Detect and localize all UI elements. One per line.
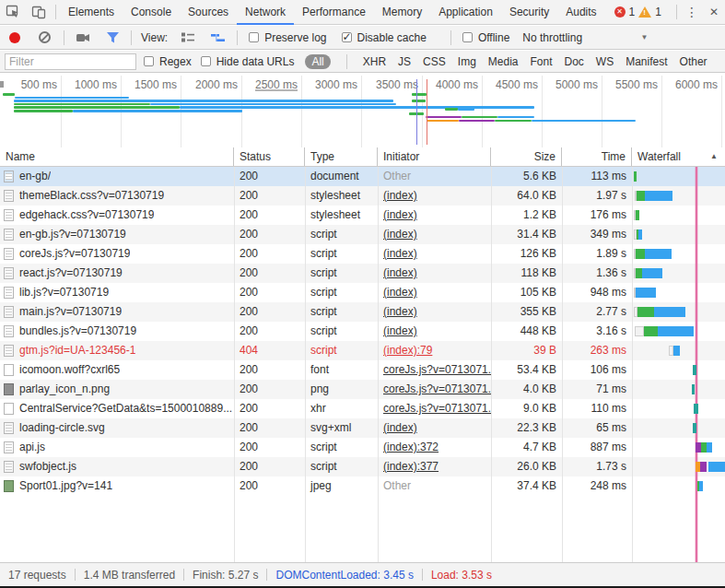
- request-row[interactable]: coreJs.js?v=07130719200script(index)126 …: [0, 244, 725, 264]
- request-row[interactable]: react.js?v=07130719200script(index)118 K…: [0, 264, 725, 283]
- initiator-link[interactable]: (index): [383, 286, 417, 299]
- tab-application[interactable]: Application: [430, 0, 501, 25]
- waterfall-bar-blue: [638, 229, 642, 240]
- tab-memory[interactable]: Memory: [374, 0, 430, 25]
- preserve-log-checkbox[interactable]: Preserve log: [249, 31, 326, 44]
- inspect-element-icon[interactable]: [0, 0, 26, 24]
- device-toolbar-icon[interactable]: [26, 0, 52, 24]
- initiator-link[interactable]: (index): [383, 189, 417, 202]
- request-name: icomoon.woff?cxrl65: [0, 360, 234, 380]
- column-header-waterfall[interactable]: Waterfall ▲: [632, 147, 725, 166]
- request-row[interactable]: themeBlack.css?v=07130719200stylesheet(i…: [0, 186, 725, 206]
- show-overview-icon[interactable]: [210, 32, 226, 43]
- column-header-name[interactable]: Name: [0, 147, 234, 166]
- request-type: script: [305, 457, 378, 476]
- hide-data-urls-checkbox[interactable]: Hide data URLs: [201, 55, 295, 68]
- request-row[interactable]: edgehack.css?v=07130719200stylesheet(ind…: [0, 206, 725, 225]
- large-rows-icon[interactable]: [181, 31, 195, 43]
- filter-type-manifest[interactable]: Manifest: [626, 55, 667, 68]
- request-row[interactable]: lib.js?v=07130719200script(index)105 KB9…: [0, 283, 725, 302]
- filter-type-js[interactable]: JS: [398, 55, 411, 68]
- tab-sources[interactable]: Sources: [180, 0, 237, 25]
- filter-input[interactable]: [5, 53, 136, 70]
- overview-request-bar: [14, 110, 73, 112]
- column-header-initiator[interactable]: Initiator: [378, 147, 491, 166]
- column-header-size[interactable]: Size: [491, 147, 562, 166]
- request-row[interactable]: gtm.js?id=UA-123456-1404script(index):79…: [0, 341, 725, 360]
- request-row[interactable]: api.js200script(index):3724.7 KB887 ms: [0, 438, 725, 457]
- initiator-link[interactable]: coreJs.js?v=0713071...: [383, 402, 491, 415]
- timeline-gridline: [661, 76, 662, 147]
- filter-type-xhr[interactable]: XHR: [363, 55, 386, 68]
- request-row[interactable]: main.js?v=07130719200script(index)355 KB…: [0, 302, 725, 322]
- column-separator: [234, 167, 235, 562]
- request-size: 4.0 KB: [491, 380, 562, 399]
- throttling-dropdown[interactable]: No throttling ▼: [522, 31, 651, 44]
- tab-performance[interactable]: Performance: [294, 0, 374, 25]
- initiator-link[interactable]: (index):377: [383, 460, 439, 473]
- request-time: 1.97 s: [562, 186, 632, 206]
- request-status: 200: [234, 167, 305, 186]
- initiator-link[interactable]: (index): [383, 324, 417, 337]
- request-row[interactable]: bundles.js?v=07130719200script(index)448…: [0, 322, 725, 341]
- request-row[interactable]: parlay_icon_n.png200pngcoreJs.js?v=07130…: [0, 380, 725, 399]
- checkbox[interactable]: [144, 56, 154, 66]
- console-badges[interactable]: ✕ 1 ! 1: [614, 6, 661, 18]
- document-icon: [4, 325, 14, 337]
- column-separator: [491, 167, 492, 562]
- request-status: 200: [234, 380, 305, 399]
- sort-ascending-icon[interactable]: ▲: [710, 147, 718, 166]
- filter-type-ws[interactable]: WS: [596, 55, 614, 68]
- initiator-link[interactable]: (index): [383, 266, 417, 279]
- overview-load-line: [427, 79, 427, 145]
- offline-checkbox[interactable]: Offline: [462, 31, 509, 44]
- initiator-link[interactable]: (index): [383, 421, 417, 434]
- filter-type-img[interactable]: Img: [458, 55, 476, 68]
- timeline-gridline: [482, 76, 483, 147]
- tab-elements[interactable]: Elements: [60, 0, 123, 25]
- filter-funnel-icon[interactable]: [106, 31, 120, 44]
- initiator-link[interactable]: (index):79: [383, 344, 432, 357]
- column-header-type[interactable]: Type: [305, 147, 378, 166]
- overview-handle[interactable]: [0, 81, 4, 88]
- network-overview[interactable]: 500 ms1000 ms1500 ms2000 ms2500 ms3000 m…: [0, 74, 725, 147]
- column-header-status[interactable]: Status: [234, 147, 305, 166]
- disable-cache-checkbox[interactable]: Disable cache: [342, 31, 427, 44]
- filter-type-doc[interactable]: Doc: [565, 55, 584, 68]
- initiator-link[interactable]: (index): [383, 228, 417, 241]
- filter-type-media[interactable]: Media: [488, 55, 519, 68]
- request-row[interactable]: loading-circle.svg200svg+xml(index)22.3 …: [0, 418, 725, 438]
- capture-screenshots-icon[interactable]: [76, 31, 91, 44]
- initiator-link[interactable]: (index):372: [383, 441, 439, 453]
- tab-network[interactable]: Network: [237, 0, 294, 25]
- checkbox[interactable]: [249, 32, 259, 42]
- close-icon[interactable]: ✕: [703, 6, 725, 18]
- checkbox[interactable]: [462, 32, 473, 42]
- more-options-icon[interactable]: ⋮: [681, 5, 703, 19]
- request-row[interactable]: swfobject.js200script(index):37726.0 KB1…: [0, 457, 725, 476]
- request-row[interactable]: CentralService?GetData&ts=1500010889...2…: [0, 399, 725, 418]
- filter-type-all[interactable]: All: [305, 54, 330, 69]
- record-button[interactable]: [9, 32, 20, 43]
- checkbox[interactable]: [201, 56, 211, 66]
- request-row[interactable]: Sport01.jpg?v=141200jpegOther37.4 KB248 …: [0, 476, 725, 496]
- checkbox[interactable]: [342, 32, 352, 42]
- tab-audits[interactable]: Audits: [557, 0, 604, 25]
- filter-type-other[interactable]: Other: [680, 55, 707, 68]
- filter-type-css[interactable]: CSS: [423, 55, 446, 68]
- initiator-link[interactable]: (index): [383, 247, 417, 260]
- initiator-link[interactable]: coreJs.js?v=0713071...: [383, 363, 491, 376]
- clear-icon[interactable]: [39, 31, 51, 43]
- column-header-time[interactable]: Time: [562, 147, 632, 166]
- filter-type-font[interactable]: Font: [531, 55, 553, 68]
- request-row[interactable]: en-gb.js?v=07130719200script(index)31.4 …: [0, 225, 725, 244]
- initiator-link[interactable]: (index): [383, 208, 417, 221]
- initiator-link[interactable]: coreJs.js?v=0713071...: [383, 382, 491, 395]
- tab-security[interactable]: Security: [501, 0, 557, 25]
- tab-console[interactable]: Console: [123, 0, 180, 25]
- request-row[interactable]: icomoon.woff?cxrl65200fontcoreJs.js?v=07…: [0, 360, 725, 380]
- initiator-link[interactable]: (index): [383, 305, 417, 318]
- regex-checkbox[interactable]: Regex: [144, 55, 192, 68]
- image-thumbnail-icon: [4, 480, 14, 492]
- request-row[interactable]: en-gb/200documentOther5.6 KB113 ms: [0, 167, 725, 186]
